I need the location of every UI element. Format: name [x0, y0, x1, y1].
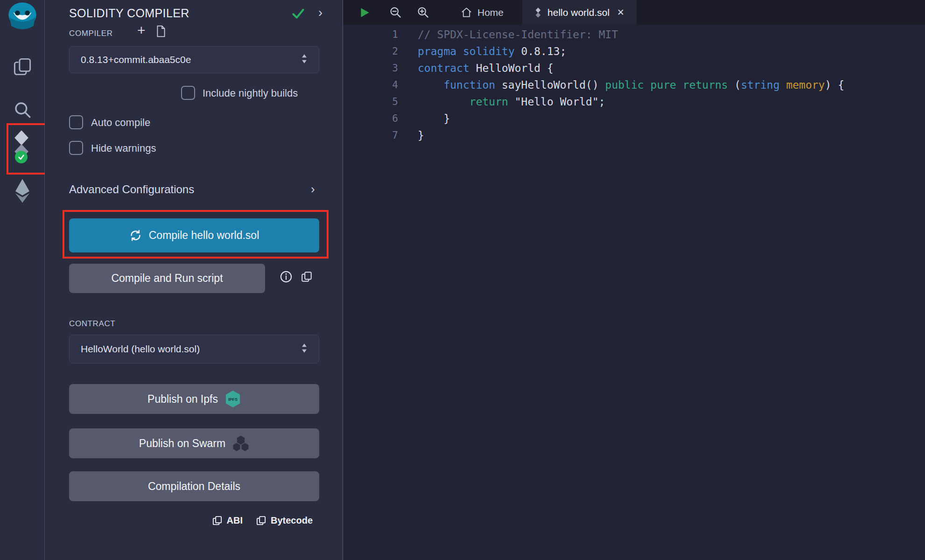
line-number: 6: [343, 110, 398, 127]
line-numbers: 1234567: [343, 26, 398, 560]
zoom-out-button[interactable]: [389, 6, 402, 19]
line-number: 4: [343, 77, 398, 93]
remix-logo-icon: [7, 2, 38, 33]
solidity-compiler-button[interactable]: [0, 130, 45, 161]
editor-tab-bar: Home hello world.sol ✕: [343, 0, 925, 25]
line-number: 2: [343, 43, 398, 60]
refresh-icon: [129, 229, 142, 242]
abi-label: ABI: [227, 515, 243, 526]
solidity-compiler-panel: SOLIDITY COMPILER › COMPILER + 0.8.13+co…: [45, 0, 343, 560]
compiler-section-label: COMPILER: [69, 29, 113, 38]
code-line: }: [418, 110, 844, 127]
check-icon: [18, 154, 25, 161]
home-icon: [461, 7, 472, 18]
hide-warnings-checkbox[interactable]: [69, 141, 83, 155]
code-line: }: [418, 127, 844, 144]
editor-area: Home hello world.sol ✕ 1234567 // SPDX-L…: [343, 0, 925, 560]
contract-select-value: HelloWorld (hello world.sol): [81, 343, 200, 355]
copy-bytecode-button[interactable]: Bytecode: [256, 515, 313, 526]
deploy-run-button[interactable]: [0, 178, 45, 203]
contract-select[interactable]: HelloWorld (hello world.sol): [69, 335, 319, 364]
publish-ipfs-label: Publish on Ipfs: [147, 393, 218, 406]
remix-logo[interactable]: [0, 2, 45, 33]
line-number: 5: [343, 93, 398, 110]
tab-home[interactable]: Home: [449, 0, 516, 25]
compile-success-badge: [15, 151, 28, 163]
line-number: 3: [343, 60, 398, 77]
publish-swarm-button[interactable]: Publish on Swarm: [69, 428, 319, 458]
code-line: pragma solidity 0.8.13;: [418, 43, 844, 60]
copy-icon: [256, 515, 266, 526]
zoom-in-button[interactable]: [417, 6, 429, 19]
activity-bar: [0, 0, 45, 560]
compiled-check-icon: [291, 7, 305, 22]
info-icon[interactable]: [280, 270, 293, 285]
code-lines: // SPDX-License-Identifier: MITpragma so…: [398, 26, 844, 560]
file-explorer-icon: [13, 57, 32, 77]
auto-compile-label: Auto compile: [91, 117, 150, 129]
publish-swarm-label: Publish on Swarm: [139, 437, 225, 450]
publish-ipfs-button[interactable]: Publish on Ipfs IPFS: [69, 384, 319, 414]
run-script-button[interactable]: [358, 7, 371, 19]
copy-abi-button[interactable]: ABI: [212, 515, 243, 526]
advanced-chevron-icon[interactable]: ›: [311, 182, 315, 196]
panel-expand-chevron[interactable]: ›: [318, 6, 322, 20]
tab-home-label: Home: [477, 7, 504, 18]
ipfs-badge-text: IPFS: [228, 397, 238, 402]
line-number: 7: [343, 127, 398, 144]
abi-bytecode-row: ABI Bytecode: [212, 515, 313, 526]
swarm-icon: [232, 435, 249, 452]
include-nightly-label: Include nightly builds: [203, 87, 298, 99]
code-line: function sayHelloWorld() public pure ret…: [418, 77, 844, 93]
zoom-out-icon: [389, 6, 402, 19]
code-line: contract HelloWorld {: [418, 60, 844, 77]
include-nightly-checkbox[interactable]: [181, 86, 195, 100]
compiler-version-select[interactable]: 0.8.13+commit.abaa5c0e: [69, 46, 319, 73]
compile-button-label: Compile hello world.sol: [149, 229, 259, 242]
advanced-configurations-toggle[interactable]: Advanced Configurations: [69, 183, 194, 196]
bytecode-label: Bytecode: [271, 515, 313, 526]
code-line: // SPDX-License-Identifier: MIT: [418, 26, 844, 43]
remix-ide-screen: SOLIDITY COMPILER › COMPILER + 0.8.13+co…: [0, 0, 925, 560]
play-icon: [358, 7, 371, 19]
close-tab-icon[interactable]: ✕: [617, 7, 624, 18]
panel-title: SOLIDITY COMPILER: [69, 7, 189, 20]
search-button[interactable]: [0, 100, 45, 119]
select-caret-icon: [301, 343, 308, 356]
hide-warnings-label: Hide warnings: [91, 142, 156, 154]
compiler-version-value: 0.8.13+commit.abaa5c0e: [81, 54, 191, 65]
search-icon: [13, 100, 32, 119]
auto-compile-checkbox[interactable]: [69, 115, 83, 129]
select-caret-icon: [301, 53, 308, 67]
compilation-details-button[interactable]: Compilation Details: [69, 471, 319, 501]
add-compiler-icon[interactable]: +: [137, 22, 146, 38]
tab-file-label: hello world.sol: [547, 7, 610, 18]
copy-icon: [212, 515, 223, 526]
ipfs-icon: IPFS: [225, 390, 241, 408]
copy-script-icon[interactable]: [301, 271, 313, 285]
code-line: return "Hello World";: [418, 93, 844, 110]
zoom-in-icon: [417, 6, 429, 19]
tab-hello-world-sol[interactable]: hello world.sol ✕: [522, 0, 637, 25]
compile-button[interactable]: Compile hello world.sol: [69, 218, 319, 252]
line-number: 1: [343, 26, 398, 43]
solidity-file-icon: [534, 7, 542, 18]
deploy-run-icon: [14, 178, 31, 203]
compiler-config-file-icon[interactable]: [156, 25, 166, 39]
code-editor[interactable]: 1234567 // SPDX-License-Identifier: MITp…: [343, 25, 925, 560]
compile-and-run-label: Compile and Run script: [111, 272, 223, 285]
contract-section-label: CONTRACT: [69, 319, 115, 329]
compile-and-run-button[interactable]: Compile and Run script: [69, 264, 265, 293]
compilation-details-label: Compilation Details: [148, 480, 240, 493]
file-explorer-button[interactable]: [0, 57, 45, 77]
